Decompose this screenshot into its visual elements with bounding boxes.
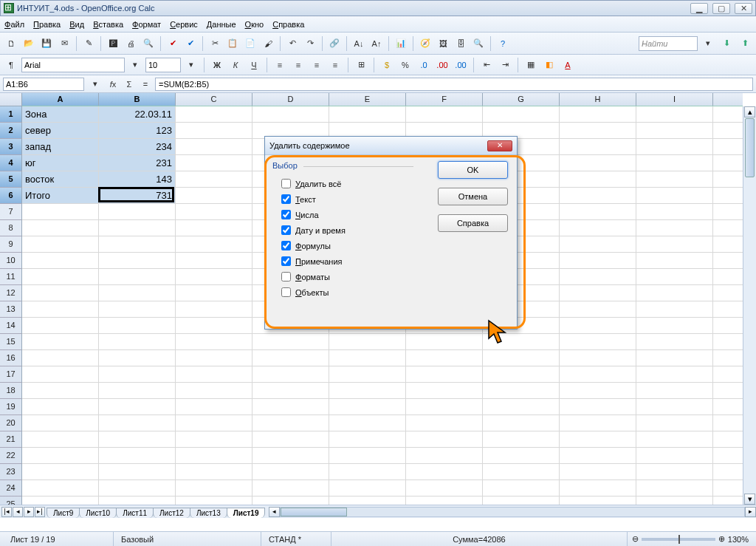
checkbox-icon[interactable] — [281, 194, 291, 204]
dropdown-icon[interactable]: ▾ — [183, 57, 199, 73]
cell-H8[interactable] — [560, 220, 636, 236]
cell-A3[interactable]: запад — [22, 139, 99, 154]
cell-A2[interactable]: север — [22, 123, 99, 138]
cell-H19[interactable] — [560, 399, 636, 414]
cell-G18[interactable] — [483, 383, 560, 398]
status-mode[interactable]: СТАНД * — [261, 532, 331, 546]
row-header-16[interactable]: 16 — [0, 350, 22, 366]
cell-F24[interactable] — [406, 480, 483, 496]
cell-D23[interactable] — [252, 464, 329, 480]
row-header-8[interactable]: 8 — [0, 220, 22, 236]
cell-I21[interactable] — [636, 431, 713, 447]
underline-icon[interactable]: Ч — [246, 57, 262, 73]
cell-A21[interactable] — [22, 431, 99, 447]
row-header-4[interactable]: 4 — [0, 155, 22, 171]
cell-H2[interactable] — [560, 123, 636, 138]
option-6[interactable]: Форматы — [281, 269, 501, 284]
cell-C5[interactable] — [176, 171, 252, 187]
cell-C15[interactable] — [176, 334, 252, 349]
row-header-10[interactable]: 10 — [0, 253, 22, 269]
align-center-icon[interactable]: ≡ — [290, 57, 306, 73]
cell-H14[interactable] — [560, 318, 636, 333]
cell-C1[interactable] — [176, 106, 252, 122]
find-prev-icon[interactable]: ⬆ — [737, 35, 753, 52]
cell-A24[interactable] — [22, 480, 99, 496]
cell-B8[interactable] — [99, 220, 176, 236]
cell-D16[interactable] — [252, 350, 329, 366]
help-icon[interactable]: ? — [495, 35, 511, 52]
cell-B20[interactable] — [99, 415, 176, 431]
cell-C20[interactable] — [176, 415, 252, 431]
row-header-2[interactable]: 2 — [0, 123, 22, 139]
cell-B13[interactable] — [99, 301, 176, 317]
dialog-titlebar[interactable]: Удалить содержимое ✕ — [265, 137, 517, 155]
align-right-icon[interactable]: ≡ — [309, 57, 325, 73]
row-header-23[interactable]: 23 — [0, 464, 22, 480]
tab-prev-icon[interactable]: ◂ — [13, 507, 23, 517]
scroll-left-icon[interactable]: ◂ — [269, 507, 280, 517]
cell-I17[interactable] — [636, 366, 713, 382]
pdf-icon[interactable]: 🅿 — [105, 35, 121, 52]
cell-G20[interactable] — [483, 415, 560, 431]
currency-icon[interactable]: $ — [379, 57, 395, 73]
cell-H10[interactable] — [560, 253, 636, 268]
equals-icon[interactable]: = — [139, 78, 152, 91]
cell-E20[interactable] — [329, 415, 406, 431]
cell-B16[interactable] — [99, 350, 176, 366]
cell-B14[interactable] — [99, 318, 176, 333]
scroll-up-icon[interactable]: ▴ — [744, 106, 755, 117]
cell-H22[interactable] — [560, 448, 636, 463]
cell-F23[interactable] — [406, 464, 483, 480]
column-header-H[interactable]: H — [560, 93, 636, 106]
cell-D1[interactable] — [252, 106, 329, 122]
cell-F16[interactable] — [406, 350, 483, 366]
cell-H21[interactable] — [560, 431, 636, 447]
cell-I2[interactable] — [636, 123, 713, 138]
cancel-button[interactable]: Отмена — [438, 188, 508, 205]
sheet-tab-Лист19[interactable]: Лист19 — [227, 508, 266, 518]
cell-B24[interactable] — [99, 480, 176, 496]
brush-icon[interactable]: 🖌 — [260, 35, 276, 52]
merge-icon[interactable]: ⊞ — [353, 57, 369, 73]
row-header-15[interactable]: 15 — [0, 334, 22, 350]
cell-B11[interactable] — [99, 269, 176, 284]
dropdown-icon[interactable]: ▾ — [700, 35, 716, 52]
column-header-E[interactable]: E — [329, 93, 406, 106]
cell-A14[interactable] — [22, 318, 99, 333]
cell-H12[interactable] — [560, 285, 636, 301]
scrollbar-thumb[interactable] — [281, 508, 347, 516]
scroll-down-icon[interactable]: ▾ — [744, 494, 755, 505]
cell-H20[interactable] — [560, 415, 636, 431]
row-header-19[interactable]: 19 — [0, 399, 22, 415]
cell-D19[interactable] — [252, 399, 329, 414]
cell-E16[interactable] — [329, 350, 406, 366]
borders-icon[interactable]: ▦ — [523, 57, 539, 73]
cell-H7[interactable] — [560, 204, 636, 219]
horizontal-scrollbar[interactable]: ◂ ▸ — [269, 505, 756, 518]
cell-H9[interactable] — [560, 236, 636, 252]
cell-B21[interactable] — [99, 431, 176, 447]
align-left-icon[interactable]: ≡ — [272, 57, 288, 73]
cell-A4[interactable]: юг — [22, 155, 99, 171]
zoom-out-icon[interactable]: ⊖ — [632, 534, 639, 544]
new-icon[interactable]: 🗋 — [3, 35, 19, 52]
menu-данные[interactable]: Данные — [207, 20, 236, 29]
sheet-tab-Лист11[interactable]: Лист11 — [116, 508, 154, 518]
undo-icon[interactable]: ↶ — [284, 35, 300, 52]
tab-first-icon[interactable]: |◂ — [1, 507, 12, 517]
bold-icon[interactable]: Ж — [209, 57, 225, 73]
cell-I23[interactable] — [636, 464, 713, 480]
row-header-13[interactable]: 13 — [0, 301, 22, 318]
tab-next-icon[interactable]: ▸ — [24, 507, 34, 517]
column-header-G[interactable]: G — [483, 93, 560, 106]
cell-B10[interactable] — [99, 253, 176, 268]
datasrc-icon[interactable]: 🗄 — [453, 35, 469, 52]
autospell-icon[interactable]: ✔ — [182, 35, 199, 52]
cut-icon[interactable]: ✂ — [207, 35, 223, 52]
cell-A18[interactable] — [22, 383, 99, 398]
cell-A1[interactable]: Зона — [22, 106, 99, 122]
save-icon[interactable]: 💾 — [38, 35, 55, 52]
cell-B1[interactable]: 22.03.11 — [99, 106, 176, 122]
cell-A6[interactable]: Итого — [22, 188, 99, 203]
cell-B18[interactable] — [99, 383, 176, 398]
